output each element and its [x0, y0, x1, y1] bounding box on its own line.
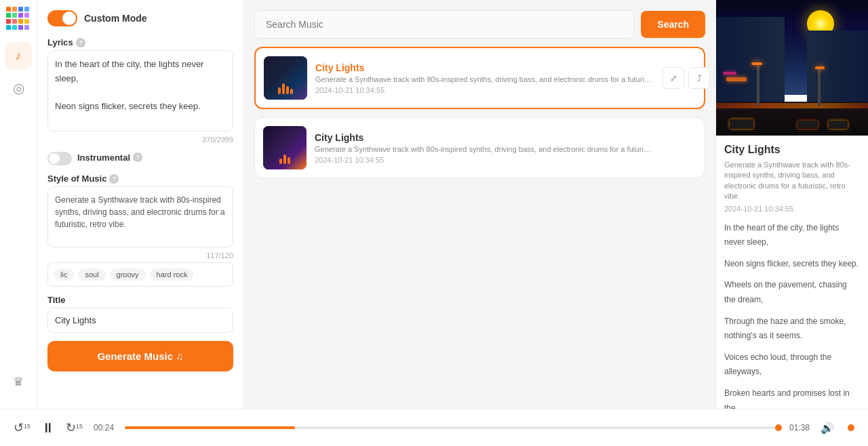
play-pause-button[interactable]: ⏸ [41, 420, 55, 436]
bar2-1 [279, 159, 282, 164]
lyrics-line-5: Voices echo loud, through the alleyways, [724, 350, 860, 380]
volume-button[interactable]: 🔊 [821, 422, 834, 434]
lyrics-section: Lyrics ? In the heart of the city, the l… [47, 37, 233, 144]
toggle-knob [62, 12, 76, 25]
forward-icon: ↻ [66, 420, 76, 435]
right-panel-lyrics: In the heart of the city, the lights nev… [724, 221, 860, 409]
music-desc-1: Generate a Synthwave track with 80s-insp… [315, 75, 654, 83]
lyrics-line-4: Through the haze and the smoke, nothing'… [724, 315, 860, 344]
music-date-2: 2024-10-21 10:34:55 [315, 156, 696, 164]
card-actions-1: ⤢ ⤴ ⬇ 🗑 [663, 67, 715, 89]
title-label: Title [47, 295, 233, 305]
right-panel: City Lights Generate a Synthwave track w… [715, 0, 868, 409]
search-input[interactable] [254, 10, 634, 39]
music-card-2[interactable]: City Lights Generate a Synthwave track w… [254, 117, 705, 178]
search-button[interactable]: Search [641, 11, 705, 38]
sidebar: ♪ ◎ ♛ [0, 0, 37, 409]
music-thumb-2 [263, 126, 307, 169]
music-card-1[interactable]: City Lights Generate a Synthwave track w… [254, 47, 705, 109]
tag-groovy[interactable]: groovy [110, 268, 146, 281]
style-help-icon[interactable]: ? [109, 174, 119, 184]
style-label: Style of Music ? [47, 174, 233, 184]
search-bar-row: Search [254, 10, 705, 39]
total-time: 01:38 [789, 423, 810, 432]
right-panel-date: 2024-10-21 10:34:55 [724, 205, 860, 213]
music-desc-2: Generate a Synthwave track with 80s-insp… [315, 145, 654, 153]
rewind-button[interactable]: ↺15 [14, 420, 31, 435]
progress-dot [775, 424, 782, 431]
lyrics-char-count: 370/2999 [47, 136, 233, 144]
music-title-1: City Lights [315, 62, 654, 73]
tag-hard-rock[interactable]: hard rock [150, 268, 195, 281]
bar2-3 [288, 157, 290, 164]
share-icon: ⤴ [697, 73, 702, 83]
style-char-count: 117/120 [47, 251, 233, 260]
right-panel-description: Generate a Synthwave track with 80s-insp… [724, 160, 860, 202]
music-note-icon: ♪ [16, 49, 22, 63]
sidebar-item-music[interactable]: ♪ [5, 42, 32, 69]
progress-bar[interactable] [125, 426, 778, 429]
right-panel-title: City Lights [724, 144, 860, 156]
rewind-label: 15 [24, 423, 31, 430]
sidebar-item-crown[interactable]: ♛ [5, 368, 32, 395]
center-panel: Search City Lights Generate a Synthwave … [244, 0, 715, 409]
style-section: Style of Music ? Generate a Synthwave tr… [47, 174, 233, 287]
music-title-2: City Lights [315, 132, 696, 143]
generate-music-button[interactable]: Generate Music ♫ [47, 341, 233, 371]
tag-soul[interactable]: soul [78, 268, 105, 281]
bar1 [278, 87, 281, 94]
rewind-icon: ↺ [14, 420, 24, 435]
lyrics-line-6: Broken hearts and promises lost in the [724, 386, 860, 409]
music-bars-2 [279, 155, 290, 164]
instrumental-label: Instrumental ? [77, 153, 142, 163]
custom-mode-label: Custom Mode [84, 13, 147, 24]
lyrics-help-icon[interactable]: ? [76, 38, 85, 47]
vinyl-icon: ◎ [13, 80, 24, 96]
custom-mode-toggle[interactable] [47, 10, 77, 26]
bar2 [282, 83, 285, 94]
expand-icon: ⤢ [670, 73, 677, 83]
instrumental-knob [49, 153, 60, 164]
instrumental-toggle[interactable] [47, 152, 72, 165]
title-input[interactable] [47, 308, 233, 333]
bar4 [290, 89, 293, 94]
volume-icon: 🔊 [821, 422, 834, 434]
progress-fill [125, 426, 295, 429]
right-content: City Lights Generate a Synthwave track w… [716, 136, 868, 409]
lyrics-input[interactable]: In the heart of the city, the lights nev… [47, 50, 233, 131]
custom-mode-row: Custom Mode [47, 10, 233, 26]
lyrics-line-1: In the heart of the city, the lights nev… [724, 221, 860, 250]
tag-lic[interactable]: lic [54, 268, 74, 281]
share-button-1[interactable]: ⤴ [688, 67, 710, 89]
music-date-1: 2024-10-21 10:34:55 [315, 86, 654, 94]
tags-row: lic soul groovy hard rock [47, 262, 233, 287]
sidebar-item-vinyl[interactable]: ◎ [5, 75, 32, 102]
music-bars-1 [278, 83, 293, 94]
volume-indicator [848, 424, 854, 431]
forward-button[interactable]: ↻15 [66, 420, 83, 435]
music-info-2: City Lights Generate a Synthwave track w… [315, 132, 696, 164]
crown-icon: ♛ [13, 374, 24, 389]
pause-icon: ⏸ [41, 420, 55, 435]
city-image [716, 0, 868, 136]
title-section: Title [47, 295, 233, 333]
lyrics-line-3: Wheels on the pavement, chasing the drea… [724, 278, 860, 307]
current-time: 00:24 [94, 423, 114, 432]
instrumental-help-icon[interactable]: ? [133, 153, 142, 162]
instrumental-row: Instrumental ? [47, 152, 233, 165]
lyrics-line-2: Neon signs flicker, secrets they keep. [724, 257, 860, 272]
expand-button-1[interactable]: ⤢ [663, 67, 684, 89]
left-panel: Custom Mode Lyrics ? In the heart of the… [37, 0, 244, 409]
app-logo [6, 7, 31, 31]
bar2-2 [283, 155, 286, 164]
style-input[interactable]: Generate a Synthwave track with 80s-insp… [47, 186, 233, 247]
lyrics-label: Lyrics ? [47, 37, 233, 47]
bar3 [286, 86, 289, 94]
music-info-1: City Lights Generate a Synthwave track w… [315, 62, 654, 94]
music-thumb-1 [264, 56, 307, 100]
forward-label: 15 [76, 423, 83, 430]
bottom-player: ↺15 ⏸ ↻15 00:24 01:38 🔊 [0, 409, 868, 446]
